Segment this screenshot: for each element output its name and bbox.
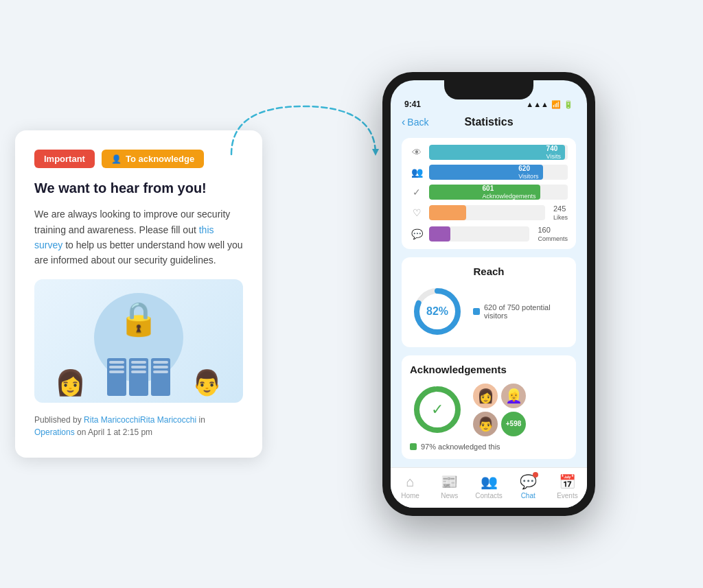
reach-percent: 82% (426, 305, 448, 318)
ack-avatars-area: 👩 👱‍♀️ 👨 +598 (473, 384, 526, 436)
likes-icon: ♡ (410, 207, 424, 218)
avatar-3: 👨 (473, 412, 498, 436)
card-body-text2: to help us better understand how well yo… (34, 239, 243, 266)
comments-bar-track (429, 226, 529, 242)
visitors-value: 620Visitors (518, 165, 538, 180)
news-icon: 📰 (441, 473, 458, 490)
contacts-icon: 👥 (481, 473, 498, 490)
nav-item-chat[interactable]: 💬 Chat (509, 473, 548, 499)
server-block-1 (107, 358, 126, 396)
likes-value: 245Likes (553, 204, 568, 221)
avatar-2: 👱‍♀️ (501, 384, 526, 408)
nav-label-chat: Chat (521, 492, 535, 499)
visitors-bar-track: 620Visitors (429, 165, 568, 180)
nav-item-events[interactable]: 📅 Events (548, 473, 587, 499)
svg-marker-0 (372, 149, 379, 156)
stats-content: ‹ Back Statistics 👁 740Visits (391, 109, 587, 459)
phone: 9:41 ▲▲▲ 📶 🔋 ‹ Back Statistics (382, 72, 595, 516)
nav-item-home[interactable]: ⌂ Home (391, 474, 430, 499)
home-icon: ⌂ (406, 474, 415, 490)
meta-prefix: Published by (34, 415, 82, 425)
stat-row-visits: 👁 740Visits (410, 145, 568, 160)
dashed-arrow (224, 99, 382, 209)
back-chevron-icon: ‹ (402, 116, 405, 128)
reach-legend: 620 of 750 potential visitors (473, 303, 568, 320)
nav-label-news: News (441, 492, 458, 499)
likes-bar (429, 205, 466, 220)
likes-bar-track (429, 205, 545, 220)
card-title: We want to hear from you! (34, 179, 243, 197)
ack-section: Acknowledgements ✓ (402, 355, 576, 459)
visits-bar-track: 740Visits (429, 145, 568, 160)
status-time: 9:41 (404, 99, 421, 109)
stat-row-comments: 💬 160Comments (410, 226, 568, 242)
stat-row-ack: ✓ 601Acknowledgements (410, 185, 568, 200)
events-icon: 📅 (559, 473, 576, 490)
comments-bar (429, 226, 450, 242)
battery-icon: 🔋 (564, 100, 573, 109)
reach-donut-wrapper: 82% 620 of 750 potential visitors (410, 284, 568, 339)
ack-inner: ✓ 👩 👱‍♀️ 👨 +598 (410, 382, 568, 437)
legend-dot-blue (473, 308, 480, 315)
stat-row-visitors: 👥 620Visitors (410, 165, 568, 180)
stats-header: ‹ Back Statistics (402, 109, 576, 138)
visitors-bar: 620Visitors (429, 165, 543, 180)
wifi-icon: 📶 (551, 100, 561, 109)
status-icons: ▲▲▲ 📶 🔋 (526, 100, 573, 109)
card-meta: Published by Rita MaricocchiRita Maricoc… (34, 414, 243, 438)
server-block-2 (129, 358, 148, 396)
reach-info: 620 of 750 potential visitors (473, 303, 568, 320)
card-body: We are always looking to improve our sec… (34, 207, 243, 268)
avatar-1: 👩 (473, 384, 498, 408)
reach-donut-chart: 82% (410, 284, 465, 339)
reach-section: Reach 82% (402, 257, 576, 347)
illus-shield: 🔒 (118, 300, 159, 338)
ack-donut-chart: ✓ (410, 382, 465, 437)
meta-suffix: on April 1 at 2:15 pm (77, 427, 152, 437)
nav-label-home: Home (401, 492, 419, 499)
nav-item-news[interactable]: 📰 News (430, 473, 469, 499)
scene: Important To acknowledge We want to hear… (15, 72, 688, 516)
back-label: Back (407, 117, 428, 128)
chat-notification-dot (533, 472, 538, 478)
legend-dot-green (410, 443, 417, 450)
phone-screen: 9:41 ▲▲▲ 📶 🔋 ‹ Back Statistics (391, 80, 587, 508)
illus-servers (107, 358, 170, 396)
ack-value: 601Acknowledgements (483, 185, 536, 200)
comments-icon: 💬 (410, 228, 424, 239)
visits-icon: 👁 (410, 147, 424, 158)
server-block-3 (151, 358, 170, 396)
visitors-icon: 👥 (410, 167, 424, 178)
meta-author[interactable]: Rita Maricocchi (84, 415, 140, 425)
ack-check-icon: ✓ (431, 401, 443, 419)
ack-bar-track: 601Acknowledgements (429, 185, 568, 200)
reach-legend-text: 620 of 750 potential visitors (484, 303, 568, 320)
stats-page-title: Statistics (464, 116, 513, 128)
meta-dept[interactable]: Operations (34, 427, 75, 437)
nav-item-contacts[interactable]: 👥 Contacts (469, 473, 508, 499)
card-illustration: 🔒 👩 👨 (34, 279, 243, 403)
avatar-more: +598 (501, 412, 526, 436)
nav-label-contacts: Contacts (475, 492, 502, 499)
ack-legend-text: 97% acknowledged this (421, 443, 500, 451)
illus-person-right: 👨 (192, 368, 222, 397)
ack-icon: ✓ (410, 187, 424, 198)
chat-badge-wrapper: 💬 (520, 473, 537, 490)
avatars-grid: 👩 👱‍♀️ 👨 +598 (473, 384, 526, 436)
ack-bar: 601Acknowledgements (429, 185, 540, 200)
visits-bar: 740Visits (429, 145, 565, 160)
meta-mid: in (198, 415, 205, 425)
meta-author-link[interactable]: Rita Maricocchi (140, 415, 196, 425)
visits-value: 740Visits (546, 145, 561, 160)
badge-acknowledge[interactable]: To acknowledge (102, 150, 204, 168)
back-button[interactable]: ‹ Back (402, 116, 428, 128)
ack-legend: 97% acknowledged this (410, 443, 568, 451)
card-badges: Important To acknowledge (34, 150, 243, 168)
comments-value: 160Comments (538, 226, 568, 242)
phone-notch (444, 80, 533, 99)
bar-stats-panel: 👁 740Visits 👥 (402, 138, 576, 249)
illus-person-left: 👩 (55, 368, 86, 397)
badge-important[interactable]: Important (34, 150, 95, 168)
ack-section-title: Acknowledgements (410, 364, 568, 375)
reach-title: Reach (410, 266, 568, 277)
